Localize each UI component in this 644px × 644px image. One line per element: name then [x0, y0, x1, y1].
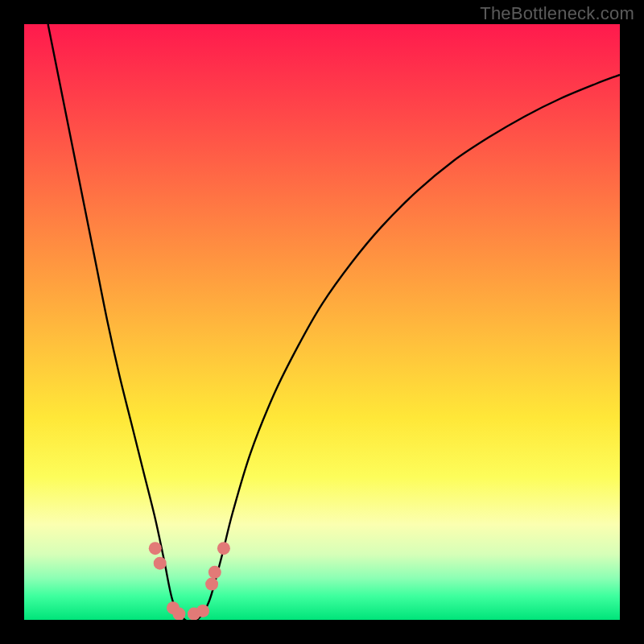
curve-marker: [205, 578, 218, 591]
bottleneck-curve: [24, 24, 620, 620]
watermark-text: TheBottleneck.com: [480, 3, 634, 24]
curve-marker: [154, 557, 167, 570]
curve-marker: [217, 542, 230, 555]
curve-line: [48, 24, 620, 620]
curve-marker: [196, 605, 209, 617]
curve-marker: [172, 608, 185, 620]
curve-marker: [149, 542, 162, 555]
curve-marker: [208, 566, 221, 579]
chart-plot-area: [24, 24, 620, 620]
curve-markers: [149, 542, 230, 620]
